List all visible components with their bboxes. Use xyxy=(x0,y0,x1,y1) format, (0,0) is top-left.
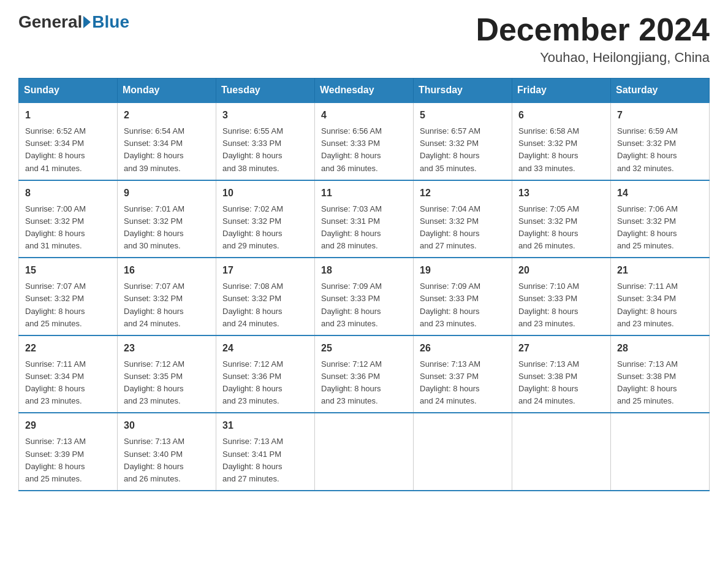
day-info: Sunrise: 7:04 AMSunset: 3:32 PMDaylight:… xyxy=(420,204,480,250)
day-info: Sunrise: 7:10 AMSunset: 3:33 PMDaylight:… xyxy=(518,282,579,327)
table-row: 6 Sunrise: 6:58 AMSunset: 3:32 PMDayligh… xyxy=(512,102,611,180)
day-number: 30 xyxy=(124,418,210,433)
logo-arrow-icon xyxy=(83,16,91,28)
col-friday: Friday xyxy=(512,79,611,103)
table-row: 15 Sunrise: 7:07 AMSunset: 3:32 PMDaylig… xyxy=(19,258,118,335)
week-row-1: 1 Sunrise: 6:52 AMSunset: 3:34 PMDayligh… xyxy=(19,102,710,180)
table-row: 12 Sunrise: 7:04 AMSunset: 3:32 PMDaylig… xyxy=(414,180,512,258)
day-number: 26 xyxy=(420,341,506,356)
day-number: 10 xyxy=(222,186,308,201)
day-info: Sunrise: 7:13 AMSunset: 3:37 PMDaylight:… xyxy=(420,359,480,405)
day-info: Sunrise: 7:00 AMSunset: 3:32 PMDaylight:… xyxy=(25,204,86,250)
day-info: Sunrise: 7:08 AMSunset: 3:32 PMDaylight:… xyxy=(222,282,283,327)
day-number: 14 xyxy=(617,186,703,201)
day-info: Sunrise: 6:54 AMSunset: 3:34 PMDaylight:… xyxy=(124,126,184,172)
day-info: Sunrise: 7:12 AMSunset: 3:36 PMDaylight:… xyxy=(321,359,382,405)
table-row: 19 Sunrise: 7:09 AMSunset: 3:33 PMDaylig… xyxy=(414,258,512,335)
day-info: Sunrise: 7:13 AMSunset: 3:40 PMDaylight:… xyxy=(124,437,184,483)
day-info: Sunrise: 7:13 AMSunset: 3:41 PMDaylight:… xyxy=(222,437,283,483)
day-info: Sunrise: 7:12 AMSunset: 3:36 PMDaylight:… xyxy=(222,359,283,405)
day-number: 4 xyxy=(321,108,407,123)
day-info: Sunrise: 7:09 AMSunset: 3:33 PMDaylight:… xyxy=(420,282,480,327)
col-saturday: Saturday xyxy=(611,79,710,103)
day-info: Sunrise: 6:57 AMSunset: 3:32 PMDaylight:… xyxy=(420,126,480,172)
day-number: 16 xyxy=(124,263,210,278)
month-title: December 2024 xyxy=(476,12,710,47)
table-row: 16 Sunrise: 7:07 AMSunset: 3:32 PMDaylig… xyxy=(118,258,216,335)
day-number: 31 xyxy=(222,418,308,433)
day-number: 25 xyxy=(321,341,407,356)
table-row xyxy=(414,413,512,491)
day-info: Sunrise: 6:55 AMSunset: 3:33 PMDaylight:… xyxy=(222,126,283,172)
table-row: 30 Sunrise: 7:13 AMSunset: 3:40 PMDaylig… xyxy=(118,413,216,491)
day-info: Sunrise: 7:11 AMSunset: 3:34 PMDaylight:… xyxy=(25,359,86,405)
day-number: 15 xyxy=(25,263,111,278)
day-info: Sunrise: 6:56 AMSunset: 3:33 PMDaylight:… xyxy=(321,126,382,172)
week-row-4: 22 Sunrise: 7:11 AMSunset: 3:34 PMDaylig… xyxy=(19,335,710,413)
logo-general-text: General xyxy=(18,12,82,32)
day-info: Sunrise: 7:13 AMSunset: 3:38 PMDaylight:… xyxy=(518,359,579,405)
table-row: 10 Sunrise: 7:02 AMSunset: 3:32 PMDaylig… xyxy=(216,180,315,258)
table-row: 2 Sunrise: 6:54 AMSunset: 3:34 PMDayligh… xyxy=(118,102,216,180)
day-number: 28 xyxy=(617,341,703,356)
day-number: 17 xyxy=(222,263,308,278)
table-row: 28 Sunrise: 7:13 AMSunset: 3:38 PMDaylig… xyxy=(611,335,710,413)
table-row: 9 Sunrise: 7:01 AMSunset: 3:32 PMDayligh… xyxy=(118,180,216,258)
day-number: 23 xyxy=(124,341,210,356)
table-row xyxy=(512,413,611,491)
day-info: Sunrise: 7:13 AMSunset: 3:39 PMDaylight:… xyxy=(25,437,86,483)
table-row: 11 Sunrise: 7:03 AMSunset: 3:31 PMDaylig… xyxy=(315,180,414,258)
day-number: 9 xyxy=(124,186,210,201)
location-subtitle: Youhao, Heilongjiang, China xyxy=(476,50,710,66)
day-number: 8 xyxy=(25,186,111,201)
table-row: 26 Sunrise: 7:13 AMSunset: 3:37 PMDaylig… xyxy=(414,335,512,413)
day-number: 21 xyxy=(617,263,703,278)
table-row: 14 Sunrise: 7:06 AMSunset: 3:32 PMDaylig… xyxy=(611,180,710,258)
day-number: 3 xyxy=(222,108,308,123)
calendar-header-row: Sunday Monday Tuesday Wednesday Thursday… xyxy=(19,79,710,103)
day-info: Sunrise: 6:59 AMSunset: 3:32 PMDaylight:… xyxy=(617,126,678,172)
table-row: 24 Sunrise: 7:12 AMSunset: 3:36 PMDaylig… xyxy=(216,335,315,413)
col-sunday: Sunday xyxy=(19,79,118,103)
day-info: Sunrise: 7:03 AMSunset: 3:31 PMDaylight:… xyxy=(321,204,382,250)
day-info: Sunrise: 7:09 AMSunset: 3:33 PMDaylight:… xyxy=(321,282,382,327)
table-row xyxy=(315,413,414,491)
table-row: 20 Sunrise: 7:10 AMSunset: 3:33 PMDaylig… xyxy=(512,258,611,335)
table-row: 13 Sunrise: 7:05 AMSunset: 3:32 PMDaylig… xyxy=(512,180,611,258)
day-info: Sunrise: 7:06 AMSunset: 3:32 PMDaylight:… xyxy=(617,204,678,250)
day-number: 12 xyxy=(420,186,506,201)
day-number: 18 xyxy=(321,263,407,278)
table-row xyxy=(611,413,710,491)
table-row: 27 Sunrise: 7:13 AMSunset: 3:38 PMDaylig… xyxy=(512,335,611,413)
table-row: 29 Sunrise: 7:13 AMSunset: 3:39 PMDaylig… xyxy=(19,413,118,491)
page-header: General Blue December 2024 Youhao, Heilo… xyxy=(18,12,710,66)
day-info: Sunrise: 7:05 AMSunset: 3:32 PMDaylight:… xyxy=(518,204,579,250)
day-info: Sunrise: 7:07 AMSunset: 3:32 PMDaylight:… xyxy=(124,282,184,327)
table-row: 3 Sunrise: 6:55 AMSunset: 3:33 PMDayligh… xyxy=(216,102,315,180)
table-row: 4 Sunrise: 6:56 AMSunset: 3:33 PMDayligh… xyxy=(315,102,414,180)
day-number: 2 xyxy=(124,108,210,123)
day-info: Sunrise: 7:02 AMSunset: 3:32 PMDaylight:… xyxy=(222,204,283,250)
day-info: Sunrise: 6:58 AMSunset: 3:32 PMDaylight:… xyxy=(518,126,579,172)
table-row: 7 Sunrise: 6:59 AMSunset: 3:32 PMDayligh… xyxy=(611,102,710,180)
table-row: 23 Sunrise: 7:12 AMSunset: 3:35 PMDaylig… xyxy=(118,335,216,413)
day-number: 11 xyxy=(321,186,407,201)
calendar-table: Sunday Monday Tuesday Wednesday Thursday… xyxy=(18,78,710,491)
day-info: Sunrise: 6:52 AMSunset: 3:34 PMDaylight:… xyxy=(25,126,86,172)
col-thursday: Thursday xyxy=(414,79,512,103)
logo-blue-text: Blue xyxy=(92,12,129,32)
day-number: 6 xyxy=(518,108,604,123)
week-row-2: 8 Sunrise: 7:00 AMSunset: 3:32 PMDayligh… xyxy=(19,180,710,258)
day-number: 20 xyxy=(518,263,604,278)
table-row: 17 Sunrise: 7:08 AMSunset: 3:32 PMDaylig… xyxy=(216,258,315,335)
day-number: 5 xyxy=(420,108,506,123)
day-info: Sunrise: 7:12 AMSunset: 3:35 PMDaylight:… xyxy=(124,359,184,405)
day-number: 29 xyxy=(25,418,111,433)
col-wednesday: Wednesday xyxy=(315,79,414,103)
day-number: 27 xyxy=(518,341,604,356)
day-number: 13 xyxy=(518,186,604,201)
table-row: 18 Sunrise: 7:09 AMSunset: 3:33 PMDaylig… xyxy=(315,258,414,335)
day-info: Sunrise: 7:11 AMSunset: 3:34 PMDaylight:… xyxy=(617,282,678,327)
table-row: 21 Sunrise: 7:11 AMSunset: 3:34 PMDaylig… xyxy=(611,258,710,335)
table-row: 1 Sunrise: 6:52 AMSunset: 3:34 PMDayligh… xyxy=(19,102,118,180)
